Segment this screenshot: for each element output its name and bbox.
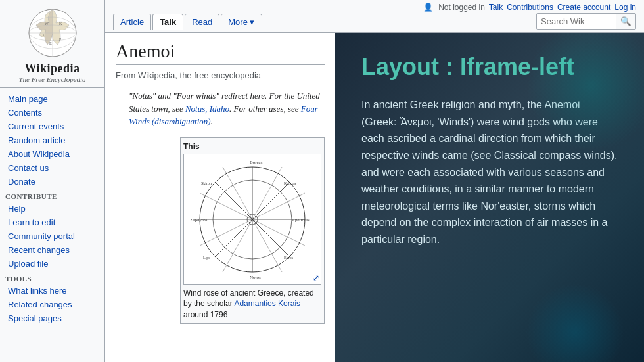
sidebar-item-contact[interactable]: Contact us (0, 161, 104, 175)
user-bar: 👤 Not logged in Talk Contributions Creat… (113, 3, 636, 13)
svg-text:Kaikias: Kaikias (284, 181, 296, 185)
sidebar-item-upload-file[interactable]: Upload file (0, 257, 104, 271)
tab-read[interactable]: Read (185, 14, 219, 30)
sidebar-item-special-pages[interactable]: Special pages (0, 311, 104, 325)
expand-icon[interactable]: ⤢ (313, 273, 319, 283)
svg-text:W: W (45, 22, 49, 26)
sidebar-item-contents[interactable]: Contents (0, 106, 104, 120)
topbar: 👤 Not logged in Talk Contributions Creat… (105, 0, 644, 33)
wiki-subtitle: The Free Encyclopedia (18, 76, 85, 83)
hatnote: "Notus" and "Four winds" redirect here. … (116, 87, 325, 131)
svg-text:Zephyros: Zephyros (190, 217, 208, 223)
search-button[interactable]: 🔍 (616, 14, 635, 29)
sidebar-item-recent-changes[interactable]: Recent changes (0, 243, 104, 257)
wiki-article: Anemoi From Wikipedia, the free encyclop… (105, 33, 335, 362)
sidebar-item-donate[interactable]: Donate (0, 175, 104, 189)
not-logged-in-label: Not logged in (438, 3, 485, 12)
wiki-logo-image: W K I P E (26, 7, 79, 59)
sidebar-item-community-portal[interactable]: Community portal (0, 229, 104, 243)
content-area: Anemoi From Wikipedia, the free encyclop… (105, 33, 644, 362)
image-box-title: This (183, 141, 321, 154)
user-icon: 👤 (423, 3, 433, 12)
notus-idaho-link[interactable]: Notus, Idaho (185, 104, 229, 114)
contribute-section-title: Contribute (0, 189, 104, 202)
sidebar: W K I P E Wikipedia The Free Encyclopedi… (0, 0, 105, 362)
tab-article[interactable]: Article (113, 14, 151, 30)
image-box: This (180, 137, 325, 324)
sidebar-navigation: Main page Contents Current events Random… (0, 88, 104, 362)
sidebar-item-current-events[interactable]: Current events (0, 120, 104, 133)
main-content-area: 👤 Not logged in Talk Contributions Creat… (105, 0, 644, 362)
create-account-link[interactable]: Create account (557, 3, 610, 12)
right-panel: Layout : Iframe-left In ancient Greek re… (335, 33, 644, 362)
tools-section-title: Tools (0, 271, 104, 284)
contributions-link[interactable]: Contributions (507, 3, 553, 12)
talk-link[interactable]: Talk (489, 3, 503, 12)
image-caption: Wind rose of ancient Greece, created by … (183, 285, 321, 321)
adamantios-link[interactable]: Adamantios Korais (234, 299, 300, 308)
svg-text:Skiron: Skiron (201, 181, 212, 185)
tab-talk[interactable]: Talk (152, 14, 183, 30)
svg-text:E: E (49, 41, 52, 45)
wiki-logo-section: W K I P E Wikipedia The Free Encyclopedi… (0, 0, 104, 88)
svg-text:Lips: Lips (203, 256, 210, 260)
search-input[interactable] (537, 14, 616, 29)
svg-text:K: K (59, 22, 62, 26)
svg-text:I: I (43, 33, 44, 37)
sidebar-item-random-article[interactable]: Random article (0, 133, 104, 147)
panel-decoration-2 (526, 283, 624, 362)
tab-bar: Article Talk Read More ▾ 🔍 (113, 13, 636, 30)
sidebar-item-related-changes[interactable]: Related changes (0, 298, 104, 311)
tab-more[interactable]: More ▾ (221, 14, 262, 30)
article-title: Anemoi (116, 41, 325, 65)
sidebar-item-about[interactable]: About Wikipedia (0, 147, 104, 161)
search-box: 🔍 (536, 13, 636, 30)
sidebar-item-help[interactable]: Help (0, 202, 104, 215)
search-icon: 🔍 (620, 16, 632, 26)
svg-text:Apeliotes: Apeliotes (292, 217, 310, 223)
sidebar-item-learn-to-edit[interactable]: Learn to edit (0, 215, 104, 229)
svg-text:Euros: Euros (284, 256, 294, 260)
wind-rose-image: Boreas Apeliotes Notos Zephyros Kaikias … (183, 154, 321, 285)
article-subtitle: From Wikipedia, the free encyclopedia (116, 70, 325, 80)
sidebar-item-what-links[interactable]: What links here (0, 284, 104, 298)
sidebar-item-main-page[interactable]: Main page (0, 92, 104, 106)
svg-text:Notos: Notos (250, 275, 261, 280)
svg-text:Boreas: Boreas (250, 160, 263, 165)
log-in-link[interactable]: Log in (614, 3, 636, 12)
wiki-title: Wikipedia (24, 62, 80, 76)
